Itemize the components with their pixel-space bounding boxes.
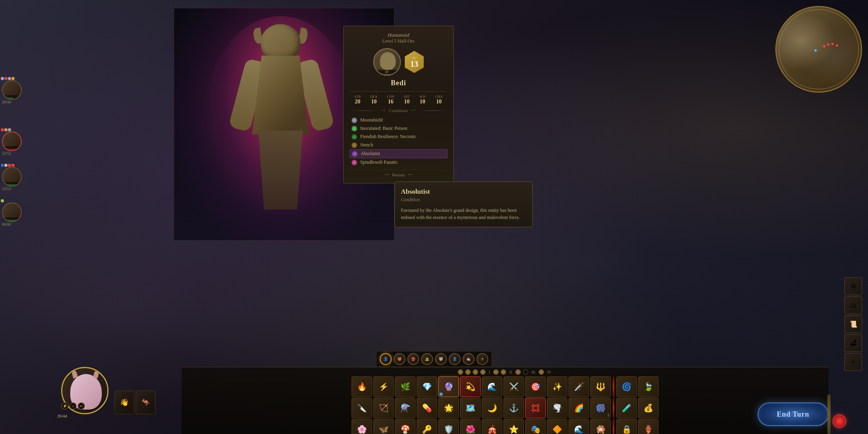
- action-btn-extra-6[interactable]: 🏺: [638, 419, 658, 434]
- action-btn-r2-3[interactable]: ⚗️: [395, 398, 415, 418]
- armor-class-badge: AC 13: [405, 51, 424, 73]
- action-btn-r3-10[interactable]: 🔶: [547, 419, 567, 434]
- condition-inoculated[interactable]: Inoculated: Basic Poison: [350, 124, 447, 133]
- action-btn-r3-4[interactable]: 🔑: [417, 419, 437, 434]
- status-icon-1: [1, 77, 4, 80]
- action-btn-r3-12[interactable]: 🎇: [590, 419, 611, 434]
- action-btn-9[interactable]: 🎯: [525, 376, 546, 397]
- action-btn-7[interactable]: 🌊: [482, 376, 502, 397]
- action-icon-e3: 🧪: [622, 403, 632, 413]
- party-member-2[interactable]: [2, 131, 22, 151]
- action-btn-r3-1[interactable]: 🌸: [352, 419, 372, 434]
- action-icon-r2-11: 🌈: [574, 403, 584, 413]
- action-btn-r2-7[interactable]: 🌙: [482, 398, 502, 418]
- action-btn-10[interactable]: ✨: [547, 376, 567, 397]
- status-icon-2b: [4, 128, 7, 131]
- action-btn-r2-6[interactable]: 🗺️: [460, 398, 481, 418]
- status-icon-3c: [8, 164, 11, 167]
- action-btn-12[interactable]: 🔱: [590, 376, 611, 397]
- party-member-4-hp: 60/60: [2, 222, 11, 226]
- action-icon-r3-9: 🎭: [531, 425, 541, 434]
- action-btn-6[interactable]: 💫: [460, 376, 481, 397]
- initiative-bar: 👤 👹 👺 🧟 🐺 👤 🧙 🗡: [376, 351, 492, 367]
- party-member-4[interactable]: [2, 202, 22, 222]
- rpanel-icon-4: 🏕: [850, 340, 857, 347]
- action-icon-3: 🌿: [400, 382, 410, 391]
- action-btn-r2-1[interactable]: 🔪: [352, 398, 372, 418]
- action-separator-2: [613, 398, 614, 418]
- condition-moonshield-label: Moonshield: [360, 117, 383, 123]
- action-btn-r2-11[interactable]: 🌈: [569, 398, 589, 418]
- action-btn-11[interactable]: 🗡️: [569, 376, 589, 397]
- action-btn-extra-5[interactable]: 🔒: [616, 419, 637, 434]
- slot-indicator: [473, 369, 478, 375]
- bonus-badge[interactable]: +: [69, 402, 77, 410]
- action-btn-r2-5[interactable]: 🌟: [438, 398, 459, 418]
- init-token-active: 👤: [380, 353, 392, 365]
- status-icon-3d: [11, 164, 15, 167]
- active-character-portrait: 26/44 ⚡ + ↩: [61, 367, 112, 418]
- tooltip-subtitle: Condition: [401, 197, 526, 203]
- rpanel-btn-5[interactable]: ≡: [844, 353, 862, 371]
- action-btn-extra-4[interactable]: 💰: [638, 398, 658, 418]
- init-token-2: 👹: [394, 353, 406, 365]
- slot-indicator: [501, 369, 506, 375]
- action-btn-r2-4[interactable]: 💊: [417, 398, 437, 418]
- end-turn-button[interactable]: End Turn: [758, 402, 829, 426]
- condition-fiendish[interactable]: Fiendish Resilience: Necrotic: [350, 133, 447, 141]
- condition-spindleweb[interactable]: Spindleweb Fanatic: [350, 158, 447, 166]
- action-btn-r2-2[interactable]: 🏹: [373, 398, 394, 418]
- action-btn-r3-7[interactable]: 🎪: [482, 419, 502, 434]
- action-btn-1[interactable]: 🔥: [352, 376, 372, 397]
- action-badge[interactable]: ⚡: [61, 402, 68, 410]
- status-icon-4: [11, 77, 15, 80]
- action-btn-r3-3[interactable]: 🍄: [395, 419, 415, 434]
- party-member-3-container: 53/53: [0, 167, 24, 187]
- action-btn-r3-11[interactable]: 🌊: [569, 419, 589, 434]
- action-btn-extra-1[interactable]: 🌀: [616, 376, 637, 397]
- condition-moonshield[interactable]: Moonshield: [350, 116, 447, 124]
- action-btn-r3-6[interactable]: 🌺: [460, 419, 481, 434]
- action-btn-r3-2[interactable]: 🦋: [373, 419, 394, 434]
- right-side-panel: ⚙ 🗂 📜 🏕 ≡: [844, 277, 862, 371]
- shove-button[interactable]: 👋: [114, 391, 134, 414]
- red-orb-button[interactable]: [832, 414, 846, 428]
- action-btn-3[interactable]: 🌿: [395, 376, 415, 397]
- active-portrait-hp: 26/44: [57, 413, 67, 418]
- condition-absolutist[interactable]: Absolutist: [350, 149, 447, 158]
- party-member-1[interactable]: [2, 80, 22, 100]
- stat-cha-value: 10: [435, 99, 443, 105]
- rpanel-btn-2[interactable]: 🗂: [844, 296, 862, 314]
- action-btn-r3-5[interactable]: 🛡️: [438, 419, 459, 434]
- action-btn-8[interactable]: ⚔️: [503, 376, 524, 397]
- stat-con-value: 16: [387, 99, 395, 105]
- action-btn-r2-12[interactable]: 🎆 2: [590, 398, 611, 418]
- action-btn-4[interactable]: 💎: [417, 376, 437, 397]
- stat-str-label: STR: [354, 95, 361, 99]
- slot-indicator: [515, 369, 521, 375]
- rpanel-btn-1[interactable]: ⚙: [844, 277, 862, 295]
- action-btn-extra-2[interactable]: 🍃: [638, 376, 658, 397]
- action-btn-r2-8[interactable]: ⚓: [503, 398, 524, 418]
- reaction-badge[interactable]: ↩: [78, 402, 85, 410]
- party-member-3[interactable]: [2, 167, 22, 187]
- slot-indicator: [458, 369, 463, 375]
- action-btn-2[interactable]: ⚡: [373, 376, 394, 397]
- jump-button[interactable]: 🦘: [136, 391, 155, 414]
- horn-left: [71, 370, 78, 378]
- status-icon-2a: [1, 128, 4, 131]
- action-btn-5[interactable]: 🔮: [438, 376, 459, 397]
- status-icon-2c: [8, 128, 11, 131]
- action-icon-2: ⚡: [379, 382, 389, 391]
- action-btn-r2-9[interactable]: 💢: [525, 398, 546, 418]
- action-btn-extra-3[interactable]: 🧪: [616, 398, 637, 418]
- action-btn-r3-8[interactable]: ⭐: [503, 419, 524, 434]
- rpanel-btn-4[interactable]: 🏕: [844, 334, 862, 352]
- action-btn-r2-10[interactable]: 🌪️: [547, 398, 567, 418]
- minimap-coords: X:29 Y:4-20: [840, 84, 858, 88]
- action-btn-r3-9[interactable]: 🎭: [525, 419, 546, 434]
- minimap[interactable]: X:29 Y:4-20: [775, 6, 862, 93]
- rpanel-btn-3[interactable]: 📜: [844, 315, 862, 333]
- condition-stench[interactable]: Stench: [350, 141, 447, 149]
- stat-dex-value: 10: [370, 99, 378, 105]
